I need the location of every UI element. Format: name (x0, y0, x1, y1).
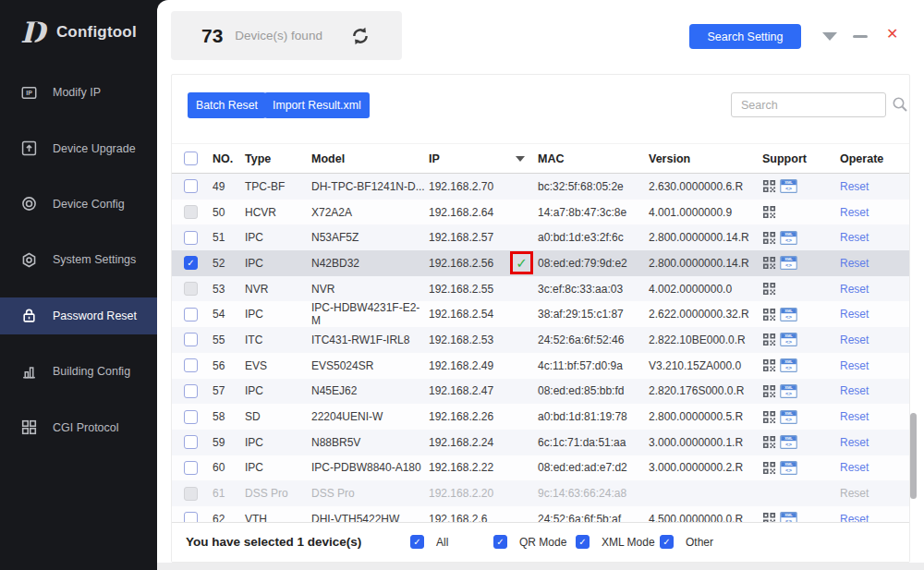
reset-link[interactable]: Reset (840, 487, 869, 500)
filter-checkbox[interactable] (576, 535, 590, 549)
table-row[interactable]: 59 IPC N88BR5V 192.168.2.24 6c:1c:71:da:… (172, 430, 909, 455)
collapse-icon[interactable] (822, 32, 837, 41)
table-row[interactable]: 52 IPC N42BD32 192.168.2.56 ✓ 08:ed:ed:7… (172, 250, 909, 276)
search-icon[interactable] (892, 96, 908, 116)
cell-type: IPC (245, 231, 311, 244)
cell-model: 22204UENI-W (311, 410, 429, 423)
sidebar-item-cgi-protocol[interactable]: CGI Protocol (0, 399, 157, 455)
filter-checkbox[interactable] (410, 535, 424, 549)
reset-link[interactable]: Reset (840, 308, 869, 321)
row-checkbox[interactable] (184, 410, 198, 424)
xml-support-icon: XML<> (780, 179, 797, 193)
table-scrollbar-thumb[interactable] (910, 413, 917, 499)
sidebar-item-device-upgrade[interactable]: Device Upgrade (0, 120, 157, 176)
table-row[interactable]: 57 IPC N45EJ62 192.168.2.47 08:ed:ed:85:… (172, 379, 909, 405)
cell-model: DSS Pro (311, 487, 429, 500)
reset-link[interactable]: Reset (840, 206, 869, 219)
reset-link[interactable]: Reset (840, 283, 869, 296)
system-settings-icon (20, 251, 37, 268)
sidebar-item-system-settings[interactable]: System Settings (0, 232, 157, 287)
close-icon[interactable]: ✕ (886, 27, 898, 42)
table-row[interactable]: 49 TPC-BF DH-TPC-BF1241N-D... 192.168.2.… (172, 174, 909, 200)
table-row[interactable]: 61 DSS Pro DSS Pro 192.168.2.20 9c:14:63… (172, 480, 909, 506)
reset-link[interactable]: Reset (840, 334, 869, 346)
filter-item-qr-mode: QR Mode (493, 535, 566, 549)
reset-link[interactable]: Reset (840, 359, 869, 372)
filter-checkbox[interactable] (493, 535, 507, 549)
refresh-icon[interactable] (350, 26, 371, 46)
cell-type: IPC (245, 384, 311, 397)
filter-item-other: Other (660, 535, 713, 549)
cell-ip: 192.168.2.54 (429, 308, 493, 321)
filter-label: Other (686, 536, 713, 549)
cell-version: 3.000.0000000.1.R (649, 436, 762, 449)
cell-no: 49 (213, 180, 245, 193)
table-row[interactable]: 56 EVS EVS5024SR 192.168.2.49 4c:11:bf:5… (172, 353, 909, 379)
reset-link[interactable]: Reset (840, 231, 869, 244)
reset-link[interactable]: Reset (840, 384, 869, 397)
search-input[interactable] (731, 92, 886, 117)
row-checkbox[interactable] (184, 256, 198, 270)
support-icons: XML<> (762, 512, 840, 522)
sidebar-nav: IP Modify IP Device Upgrade Device Confi… (0, 65, 157, 455)
table-row[interactable]: 58 SD 22204UENI-W 192.168.2.26 a0:bd:1d:… (172, 404, 909, 430)
table-row[interactable]: 51 IPC N53AF5Z 192.168.2.57 a0:bd:1d:e3:… (172, 224, 909, 250)
row-checkbox[interactable] (184, 231, 198, 245)
reset-link[interactable]: Reset (840, 257, 869, 270)
modify-ip-icon: IP (20, 84, 37, 101)
reset-link[interactable]: Reset (840, 180, 869, 193)
building-config-icon (20, 363, 37, 380)
reset-link[interactable]: Reset (840, 436, 869, 449)
reset-link[interactable]: Reset (840, 410, 869, 423)
select-all-checkbox[interactable] (184, 152, 198, 165)
cell-ip: 192.168.2.64 (429, 206, 493, 219)
search-setting-button[interactable]: Search Setting (689, 24, 801, 49)
row-checkbox[interactable] (184, 205, 198, 219)
table-row[interactable]: 62 VTH DHI-VTH5422HW 192.168.2.6 24:52:6… (172, 506, 909, 522)
row-checkbox[interactable] (184, 282, 198, 296)
cell-type: DSS Pro (245, 487, 311, 500)
reset-link[interactable]: Reset (840, 461, 869, 474)
batch-reset-button[interactable]: Batch Reset (188, 92, 266, 118)
cell-mac: 08:ed:ed:ad:e7:d2 (538, 461, 649, 474)
row-checkbox[interactable] (184, 308, 198, 321)
cell-mac: 08:ed:ed:79:9d:e2 (538, 257, 649, 270)
table-row[interactable]: 50 HCVR X72A2A 192.168.2.64 14:a7:8b:47:… (172, 200, 909, 225)
sidebar-item-password-reset[interactable]: Password Reset (0, 288, 157, 344)
qr-support-icon (762, 512, 776, 522)
row-checkbox[interactable] (184, 179, 198, 193)
cell-ip: 192.168.2.49 (429, 359, 493, 372)
import-result-button[interactable]: Import Result.xml (264, 92, 370, 118)
table-row[interactable]: 55 ITC ITC431-RW1F-IRL8 192.168.2.53 24:… (172, 327, 909, 353)
cell-mac: 08:ed:ed:85:bb:fd (538, 384, 649, 397)
cell-model: DH-TPC-BF1241N-D... (311, 180, 429, 193)
sidebar-item-building-config[interactable]: Building Config (0, 344, 157, 399)
table-row[interactable]: 53 NVR NVR 192.168.2.55 3c:ef:8c:33:aa:0… (172, 276, 909, 302)
row-checkbox[interactable] (184, 461, 198, 475)
device-table-card: Batch Reset Import Result.xml NO. Type M… (171, 74, 910, 563)
table-row[interactable]: 60 IPC IPC-PDBW8840-A180 192.168.2.22 08… (172, 455, 909, 481)
svg-text:<>: <> (785, 467, 793, 473)
cell-mac: a0:bd:1d:e3:2f:6c (538, 231, 649, 244)
filter-item-xml-mode: XML Mode (576, 535, 655, 549)
row-checkbox[interactable] (184, 512, 198, 522)
filter-label: XML Mode (602, 536, 655, 549)
minimize-icon[interactable] (853, 35, 868, 38)
svg-text:XML: XML (784, 334, 793, 339)
cell-type: IPC (245, 257, 311, 270)
svg-text:XML: XML (784, 385, 793, 390)
row-checkbox[interactable] (184, 333, 198, 346)
sort-caret-icon[interactable] (516, 156, 525, 162)
sidebar-item-device-config[interactable]: Device Config (0, 176, 157, 232)
app-logo: D Configtool (0, 0, 157, 65)
sidebar-item-modify-ip[interactable]: IP Modify IP (0, 65, 157, 120)
row-checkbox[interactable] (184, 358, 198, 372)
table-row[interactable]: 54 IPC IPC-HDBW4231F-E2-M 192.168.2.54 3… (172, 301, 909, 327)
reset-link[interactable]: Reset (840, 513, 869, 522)
row-checkbox[interactable] (184, 384, 198, 398)
cell-model: IPC-HDBW4231F-E2-M (311, 301, 429, 327)
device-count: 73 (201, 25, 223, 47)
filter-checkbox[interactable] (660, 535, 674, 549)
row-checkbox[interactable] (184, 435, 198, 449)
row-checkbox[interactable] (184, 487, 198, 501)
